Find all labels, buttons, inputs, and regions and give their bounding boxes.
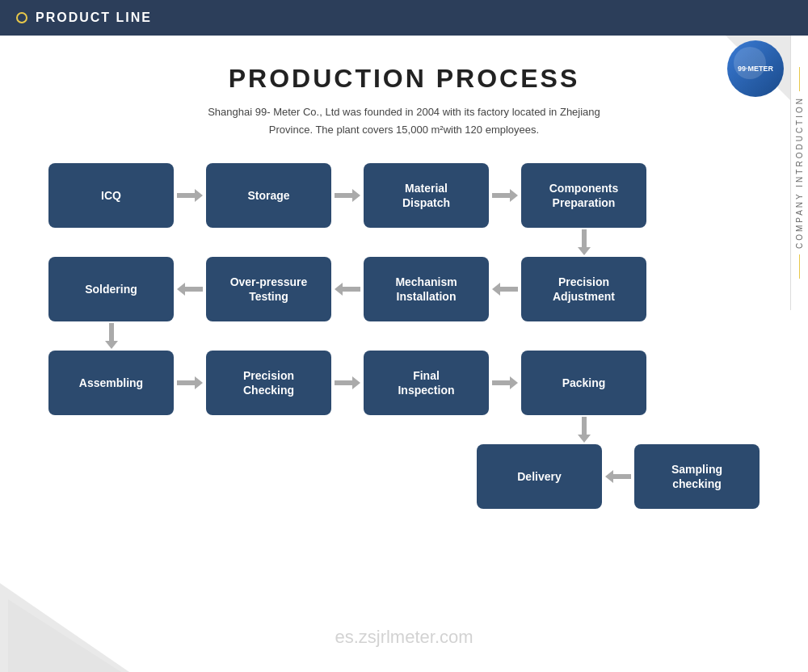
process-box-material-dispatch: MaterialDispatch [364,163,489,228]
v-cell-empty-10 [364,321,489,351]
header-circle-icon [16,12,27,23]
logo-circle: 99·METER [727,40,784,97]
v-cell-empty-13 [48,415,174,444]
process-box-mechanism-installation: MechanismInstallation [364,257,489,321]
arrow-precision-check-final [331,375,364,391]
process-box-assembling: Assembling [48,351,174,415]
description-line1: Shanghai 99- Meter Co., Ltd was founded … [208,106,600,118]
arrow-assembling-precision-check [174,375,206,391]
svg-marker-12 [605,470,631,483]
watermark: es.zsjrlmeter.com [335,627,473,648]
svg-marker-10 [492,376,518,389]
process-box-icq: ICQ [48,163,174,228]
arrow-dispatch-components [489,187,521,204]
arrow-final-packing [489,375,521,391]
process-box-final-inspection: FinalInspection [364,351,489,415]
page-title: PRODUCTION PROCESS [229,64,579,94]
svg-marker-8 [177,376,203,389]
v-cell-empty-1 [48,228,174,257]
arrow-icq-storage [174,187,206,204]
v-cell-empty-14 [174,415,206,444]
sidebar-line-bottom [799,254,800,279]
v-cell-empty-5 [364,228,489,257]
v-cell-empty-7 [174,321,206,351]
process-box-precision-adjustment: PrecisionAdjustment [521,257,646,321]
svg-marker-11 [578,417,591,443]
svg-marker-3 [578,229,591,255]
header: PRODUCT LINE [0,0,808,36]
logo-inner-circle [734,47,766,79]
process-box-packing: Packing [521,351,646,415]
v-cell-empty-8 [206,321,331,351]
v-arrow-row-1 [48,228,760,257]
process-row-1: ICQ Storage MaterialDispatch ComponentsP… [48,163,760,228]
description: Shanghai 99- Meter Co., Ltd was founded … [208,103,600,139]
v-cell-empty-17 [364,415,489,444]
process-row-3: Assembling PrecisionChecking FinalInspec… [48,351,760,415]
sidebar-line-top [799,67,800,91]
arrow-mechanism-overpressure [331,281,364,297]
arrow-overpressure-soldering [174,281,206,297]
process-row-4: Delivery Samplingchecking [48,444,760,509]
v-arrow-down-soldering [48,321,174,351]
bottom-triangle-decoration-2 [8,599,121,672]
svg-marker-9 [335,376,360,389]
svg-marker-1 [335,189,360,202]
svg-marker-4 [177,283,203,296]
v-cell-empty-2 [174,228,206,257]
sidebar-text: COMPANY INTRODUCTION [795,96,804,249]
v-arrow-down-components [521,228,646,257]
svg-marker-5 [335,283,360,296]
v-arrow-row-3 [48,415,760,444]
logo-area: 99·METER [727,40,784,97]
process-box-components-preparation: ComponentsPreparation [521,163,646,228]
v-cell-empty-18 [489,415,521,444]
process-box-overpressure: Over-pressureTesting [206,257,331,321]
description-line2: Province. The plant covers 15,000 m²with… [269,124,539,136]
process-container: ICQ Storage MaterialDispatch ComponentsP… [48,163,760,509]
arrow-precision-adj-mechanism [489,281,521,297]
v-arrow-row-2 [48,321,760,351]
arrow-storage-dispatch [331,187,364,204]
svg-marker-7 [105,323,118,349]
logo-text: 99·METER [738,65,773,73]
v-cell-empty-9 [331,321,364,351]
process-box-sampling-checking: Samplingchecking [634,444,760,509]
main-content: PRODUCTION PROCESS Shanghai 99- Meter Co… [0,36,808,525]
process-box-soldering: Soldering [48,257,174,321]
v-cell-empty-11 [489,321,521,351]
header-title: PRODUCT LINE [36,10,152,25]
sidebar-label: COMPANY INTRODUCTION [790,36,808,310]
svg-marker-0 [177,189,203,202]
v-arrow-down-packing [521,415,646,444]
process-box-delivery: Delivery [477,444,602,509]
v-cell-empty-3 [206,228,331,257]
svg-marker-2 [492,189,518,202]
v-cell-empty-16 [331,415,364,444]
arrow-sampling-delivery [602,468,634,485]
process-row-2: Soldering Over-pressureTesting Mechanism… [48,257,760,321]
v-cell-empty-4 [331,228,364,257]
v-cell-empty-6 [489,228,521,257]
process-box-storage: Storage [206,163,331,228]
svg-marker-6 [492,283,518,296]
v-cell-empty-12 [521,321,646,351]
v-cell-empty-15 [206,415,331,444]
process-box-precision-checking: PrecisionChecking [206,351,331,415]
